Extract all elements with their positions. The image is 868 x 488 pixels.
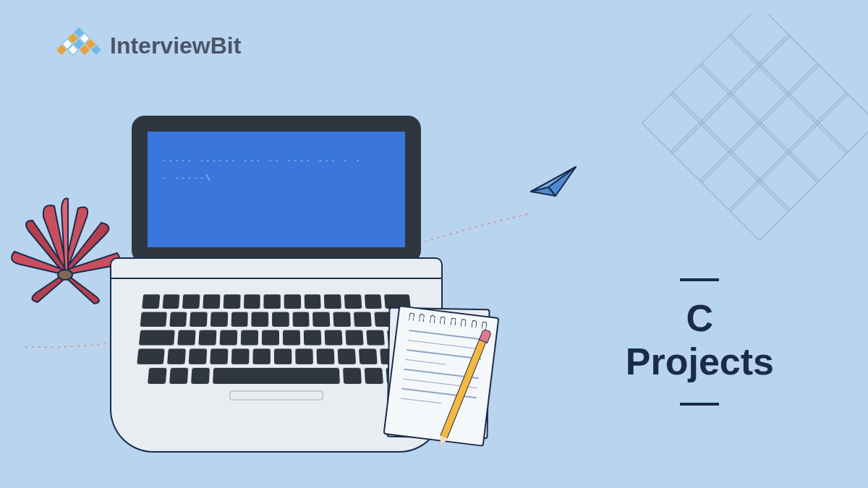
svg-rect-15 [729,179,791,241]
svg-rect-12 [787,121,848,183]
code-line-1: ----- ------ --- -- ---- --- - - [162,152,391,169]
svg-rect-3 [671,64,733,125]
svg-rect-11 [729,121,791,183]
svg-rect-8 [758,93,820,154]
title-divider-bottom [680,403,719,406]
title-line-1: C [626,297,774,341]
svg-rect-13 [700,150,762,212]
svg-rect-0 [729,14,791,67]
notepad-icon [391,311,492,441]
diamond-pattern [637,14,868,278]
svg-rect-2 [758,35,820,96]
svg-rect-6 [642,93,704,154]
svg-rect-4 [729,64,791,125]
svg-rect-10 [671,121,733,183]
laptop-screen: ----- ------ --- -- ---- --- - - - -----… [148,132,405,247]
laptop-trackpad [229,390,323,401]
svg-rect-1 [700,35,762,96]
page-title: C Projects [626,278,774,406]
diamond-grid-logo-icon [56,27,101,64]
svg-rect-9 [816,93,868,154]
title-line-2: Projects [626,341,774,384]
laptop-keyboard [134,294,418,384]
code-line-2: - -----\ [162,169,391,187]
brand-logo: InterviewBit [56,27,241,64]
svg-rect-5 [787,64,848,125]
brand-name: InterviewBit [110,33,241,59]
svg-point-26 [58,270,72,280]
svg-rect-7 [700,93,762,154]
svg-rect-14 [758,150,820,212]
title-divider-top [680,278,719,281]
paper-plane-icon [528,163,580,203]
